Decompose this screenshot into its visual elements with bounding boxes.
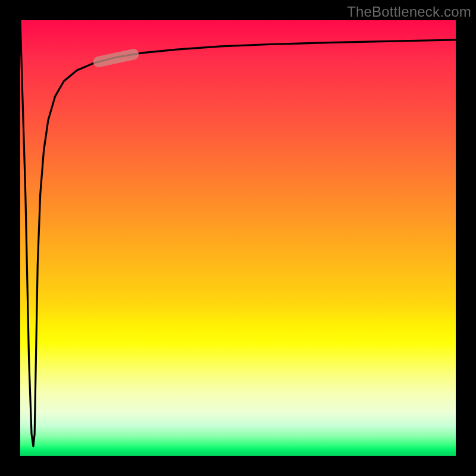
bottleneck-curve (20, 20, 456, 446)
plot-area (20, 20, 456, 456)
curve-layer (20, 20, 456, 456)
watermark-text: TheBottleneck.com (347, 4, 471, 20)
chart-stage: TheBottleneck.com (0, 0, 476, 476)
series-marker (99, 54, 134, 61)
